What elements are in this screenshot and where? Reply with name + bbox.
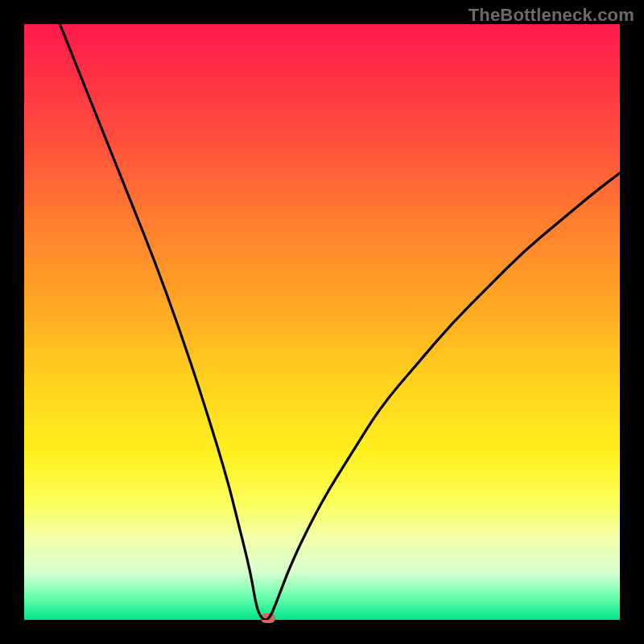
watermark-text: TheBottleneck.com (469, 5, 634, 26)
chart-frame: TheBottleneck.com (0, 0, 644, 644)
bottleneck-curve (24, 24, 620, 620)
curve-path (60, 24, 620, 620)
